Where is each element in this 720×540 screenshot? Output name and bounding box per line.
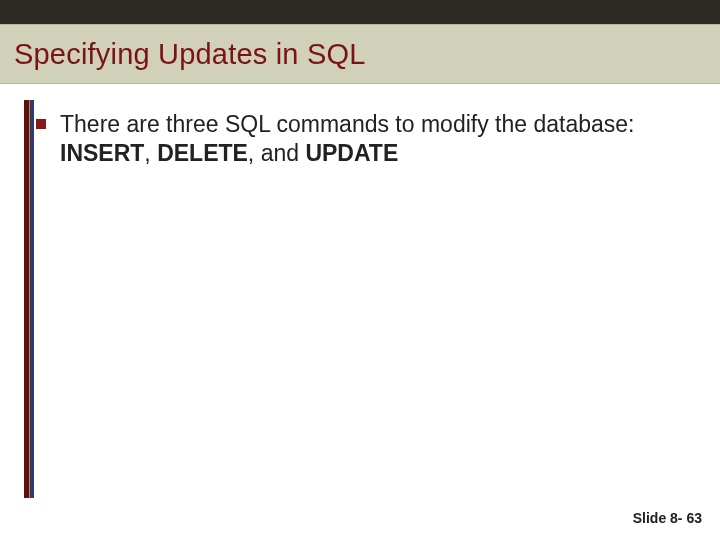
slide-body: There are three SQL commands to modify t… bbox=[36, 110, 690, 169]
side-stripe bbox=[24, 100, 34, 498]
slide-title: Specifying Updates in SQL bbox=[14, 38, 366, 71]
slide: Specifying Updates in SQL There are thre… bbox=[0, 0, 720, 540]
bullet-keyword: UPDATE bbox=[305, 140, 398, 166]
square-bullet-icon bbox=[36, 119, 46, 129]
bullet-keyword: DELETE bbox=[157, 140, 248, 166]
top-bar bbox=[0, 0, 720, 24]
title-band: Specifying Updates in SQL bbox=[0, 24, 720, 84]
bullet-text-part: , bbox=[144, 140, 157, 166]
bullet-text-part: There are three SQL commands to modify t… bbox=[60, 111, 634, 137]
bullet-text-part: , and bbox=[248, 140, 306, 166]
slide-number: Slide 8- 63 bbox=[633, 510, 702, 526]
bullet-text: There are three SQL commands to modify t… bbox=[60, 110, 690, 169]
bullet-item: There are three SQL commands to modify t… bbox=[36, 110, 690, 169]
bullet-keyword: INSERT bbox=[60, 140, 144, 166]
